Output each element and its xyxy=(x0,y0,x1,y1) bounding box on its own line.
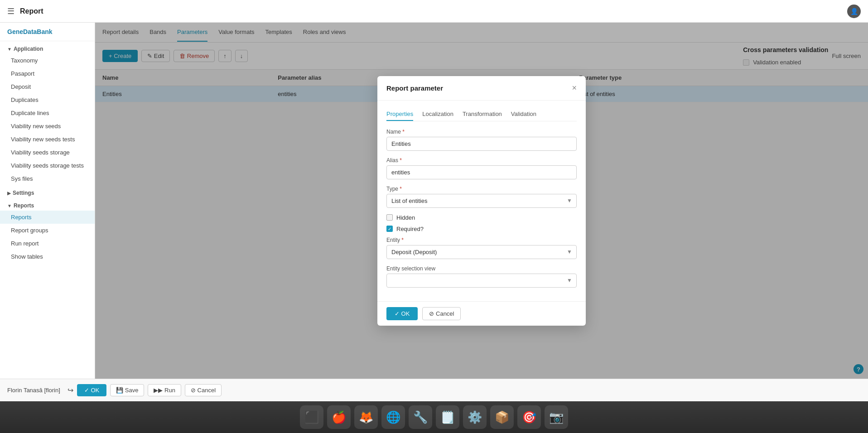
hamburger-icon[interactable]: ☰ xyxy=(7,6,14,16)
sidebar-item-viability-seeds-storage-tests[interactable]: Viability seeds storage tests xyxy=(0,159,95,172)
logout-button[interactable]: ↪ xyxy=(68,386,73,395)
page-title: Report xyxy=(20,7,43,15)
chevron-right-icon: ▶ xyxy=(7,191,11,196)
dock-item-intellij[interactable]: 🔧 xyxy=(409,405,432,429)
dock-item-target[interactable]: 🎯 xyxy=(517,405,541,429)
hidden-label: Hidden xyxy=(396,214,415,221)
dock-item-firefox[interactable]: 🦊 xyxy=(354,405,378,429)
dock-item-chrome[interactable]: 🌐 xyxy=(381,405,405,429)
form-group-entity-selection: Entity selection view ▼ xyxy=(386,265,577,288)
ok-button[interactable]: ✓ OK xyxy=(77,384,106,396)
modal-overlay: Report parameter × Properties Localizati… xyxy=(95,23,868,379)
required-label: Required? xyxy=(396,226,424,232)
sidebar-item-viability-seeds-storage[interactable]: Viability seeds storage xyxy=(0,146,95,159)
modal-header: Report parameter × xyxy=(377,76,586,101)
name-input[interactable] xyxy=(386,137,577,151)
type-select-wrapper: List of entities ▼ xyxy=(386,194,577,208)
cancel-button[interactable]: ⊘ Cancel xyxy=(185,384,222,396)
dock-bar: ⬛ 🍎 🦊 🌐 🔧 🗒️ ⚙️ 📦 🎯 📷 xyxy=(0,401,868,433)
sidebar-item-show-tables[interactable]: Show tables xyxy=(0,250,95,263)
bottom-user: Florin Tanasă [florin] xyxy=(7,387,60,394)
sidebar-item-viability-new-seeds-tests[interactable]: Viability new seeds tests xyxy=(0,133,95,146)
save-button[interactable]: 💾 Save xyxy=(110,384,144,396)
modal-body: Properties Localization Transformation V… xyxy=(377,101,586,301)
dock-item-settings[interactable]: ⚙️ xyxy=(463,405,487,429)
modal-tab-localization[interactable]: Localization xyxy=(422,108,453,121)
entity-selection-label: Entity selection view xyxy=(386,265,577,272)
type-select[interactable]: List of entities xyxy=(386,194,577,208)
form-group-alias: Alias * xyxy=(386,157,577,179)
dock-item-terminal[interactable]: ⬛ xyxy=(300,405,323,429)
sidebar-item-viability-new-seeds[interactable]: Viability new seeds xyxy=(0,120,95,133)
entity-selection-select-wrapper: ▼ xyxy=(386,274,577,288)
entity-label: Entity * xyxy=(386,237,577,243)
sidebar-item-run-report[interactable]: Run report xyxy=(0,237,95,250)
alias-label: Alias * xyxy=(386,157,577,164)
form-group-entity: Entity * Deposit (Deposit) ▼ xyxy=(386,237,577,259)
form-group-name: Name * xyxy=(386,129,577,151)
sidebar-section-reports[interactable]: ▼ Reports xyxy=(0,198,95,211)
sidebar-section-application[interactable]: ▼ Application xyxy=(0,41,95,54)
hidden-checkbox[interactable] xyxy=(386,214,393,221)
modal-ok-button[interactable]: ✓ OK xyxy=(386,307,418,320)
entity-selection-select[interactable] xyxy=(386,274,577,288)
main-layout: GeneDataBank ▼ Application Taxonomy Pasa… xyxy=(0,23,868,379)
modal-tab-validation[interactable]: Validation xyxy=(511,108,536,121)
dock-item-notes[interactable]: 🗒️ xyxy=(436,405,459,429)
name-label: Name * xyxy=(386,129,577,135)
form-group-type: Type * List of entities ▼ xyxy=(386,186,577,208)
sidebar-section-reports-label: Reports xyxy=(14,202,34,209)
sidebar-item-taxonomy[interactable]: Taxonomy xyxy=(0,54,95,67)
modal-tab-transformation[interactable]: Transformation xyxy=(463,108,502,121)
modal-footer: ✓ OK ⊘ Cancel xyxy=(377,301,586,326)
required-row: ✓ Required? xyxy=(386,226,577,232)
modal-cancel-button[interactable]: ⊘ Cancel xyxy=(422,307,461,320)
sidebar-logo: GeneDataBank xyxy=(0,23,95,41)
sidebar: GeneDataBank ▼ Application Taxonomy Pasa… xyxy=(0,23,95,379)
sidebar-item-report-groups[interactable]: Report groups xyxy=(0,224,95,237)
required-checkbox[interactable]: ✓ xyxy=(386,226,393,232)
dock-item-appstore[interactable]: 📦 xyxy=(490,405,514,429)
sidebar-section-settings[interactable]: ▶ Settings xyxy=(0,185,95,198)
sidebar-item-reports[interactable]: Reports xyxy=(0,211,95,224)
entity-select[interactable]: Deposit (Deposit) xyxy=(386,245,577,259)
sidebar-section-settings-label: Settings xyxy=(13,190,34,196)
modal-tab-properties[interactable]: Properties xyxy=(386,108,413,121)
modal-report-parameter: Report parameter × Properties Localizati… xyxy=(377,76,586,326)
sidebar-section-application-label: Application xyxy=(14,46,43,52)
topbar: ☰ Report 👤 xyxy=(0,0,868,23)
hidden-row: Hidden xyxy=(386,214,577,221)
type-label: Type * xyxy=(386,186,577,192)
avatar: 👤 xyxy=(847,5,861,18)
sidebar-item-pasaport[interactable]: Pasaport xyxy=(0,67,95,80)
bottom-bar: Florin Tanasă [florin] ↪ ✓ OK 💾 Save ▶▶ … xyxy=(0,379,868,401)
dock-item-camera[interactable]: 📷 xyxy=(545,405,568,429)
run-button[interactable]: ▶▶ Run xyxy=(148,384,181,396)
modal-close-button[interactable]: × xyxy=(572,83,577,93)
content-area: Report details Bands Parameters Value fo… xyxy=(95,23,868,379)
sidebar-item-duplicates[interactable]: Duplicates xyxy=(0,93,95,106)
modal-title: Report parameter xyxy=(386,84,443,92)
dock-item-finder[interactable]: 🍎 xyxy=(327,405,351,429)
sidebar-item-duplicate-lines[interactable]: Duplicate lines xyxy=(0,106,95,120)
modal-tabs: Properties Localization Transformation V… xyxy=(386,108,577,121)
chevron-down-icon: ▼ xyxy=(7,47,12,52)
sidebar-item-deposit[interactable]: Deposit xyxy=(0,80,95,93)
alias-input[interactable] xyxy=(386,165,577,179)
sidebar-item-sys-files[interactable]: Sys files xyxy=(0,172,95,185)
chevron-down-icon-reports: ▼ xyxy=(7,203,12,208)
entity-select-wrapper: Deposit (Deposit) ▼ xyxy=(386,245,577,259)
topbar-right: 👤 xyxy=(847,5,861,18)
